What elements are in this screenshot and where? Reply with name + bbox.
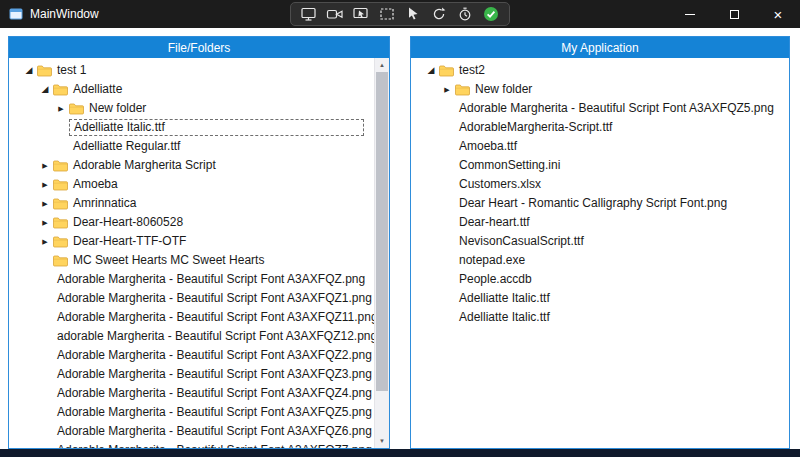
tree-item-file[interactable]: Adorable Margherita - Beautiful Script F… (9, 384, 374, 403)
tree-item-label: Adelliatte Italic.ttf (455, 289, 554, 308)
close-icon: × (774, 7, 783, 22)
tree-item-label: CommonSetting.ini (455, 156, 564, 175)
tree-item-file[interactable]: Adorable Margherita - Beautiful Script F… (9, 403, 374, 422)
right-panel-header: My Application (411, 37, 789, 58)
tree-item-folder[interactable]: ▶Amrinnatica (9, 194, 374, 213)
folder-icon (53, 236, 69, 248)
tree-item-file[interactable]: AdorableMargherita-Script.ttf (411, 118, 789, 137)
folder-icon (455, 84, 471, 96)
expander-expanded-icon[interactable]: ◢ (37, 80, 53, 99)
tree-item-file[interactable]: Dear-heart.ttf (411, 213, 789, 232)
tree-item-label: test 1 (53, 61, 90, 80)
tree-item-file[interactable]: Adorable Margherita - Beautiful Script F… (9, 270, 374, 289)
tree-item-file[interactable]: adorable Margherita - Beautiful Script F… (9, 327, 374, 346)
tree-item-file[interactable]: Customers.xlsx (411, 175, 789, 194)
tree-item-label: Dear Heart - Romantic Calligraphy Script… (455, 194, 731, 213)
cursor-icon[interactable] (402, 4, 424, 24)
tree-item-file[interactable]: NevisonCasualScript.ttf (411, 232, 789, 251)
tree-item-folder[interactable]: ▶Adorable Margherita Script (9, 156, 374, 175)
arrow-down-icon: ▼ (379, 438, 385, 444)
tree-item-label: Adelliatte Regular.ttf (69, 137, 184, 156)
tree-item-folder[interactable]: ▶Dear-Heart-TTF-OTF (9, 232, 374, 251)
tree-item-label: Adorable Margherita - Beautiful Script F… (53, 384, 374, 403)
scrollbar-track[interactable] (375, 72, 389, 434)
expander-collapsed-icon[interactable]: ▶ (37, 194, 53, 213)
tree-item-label: Dear-heart.ttf (455, 213, 534, 232)
window-bottom-edge (0, 449, 800, 457)
expander-expanded-icon[interactable]: ◢ (21, 61, 37, 80)
display-capture-icon[interactable] (298, 4, 320, 24)
folder-icon (53, 179, 69, 191)
tree-item-file[interactable]: Adorable Margherita - Beautiful Script F… (9, 365, 374, 384)
tree-item-label: Adorable Margherita - Beautiful Script F… (53, 308, 374, 327)
folder-icon (53, 198, 69, 210)
tree-item-folder[interactable]: ◢test2 (411, 61, 789, 80)
tree-item-file[interactable]: Adelliatte Italic.ttf (9, 118, 374, 137)
folder-icon (37, 65, 53, 77)
tree-item-file[interactable]: Adelliatte Italic.ttf (411, 289, 789, 308)
tree-item-label: Dear-Heart-TTF-OTF (69, 232, 190, 251)
tree-item-label: Amoeba (69, 175, 122, 194)
expander-collapsed-icon[interactable]: ▶ (37, 213, 53, 232)
scroll-down-button[interactable]: ▼ (375, 434, 389, 448)
timer-icon[interactable] (454, 4, 476, 24)
tree-item-label: New folder (85, 99, 150, 118)
tree-item-file[interactable]: Adorable Margherita - Beautiful Script F… (411, 99, 789, 118)
app-icon (9, 7, 23, 21)
region-select-icon[interactable] (376, 4, 398, 24)
arrow-up-icon: ▲ (379, 62, 385, 68)
tree-item-file[interactable]: Adelliatte Italic.ttf (411, 308, 789, 327)
close-button[interactable]: × (756, 0, 800, 28)
tree-item-folder[interactable]: ▶New folder (9, 99, 374, 118)
video-camera-icon[interactable] (324, 4, 346, 24)
expander-collapsed-icon[interactable]: ▶ (37, 232, 53, 251)
record-icon[interactable] (428, 4, 450, 24)
maximize-icon (730, 10, 739, 19)
tree-item-label: NevisonCasualScript.ttf (455, 232, 588, 251)
tree-item-label: Adorable Margherita - Beautiful Script F… (53, 270, 369, 289)
expander-expanded-icon[interactable]: ◢ (423, 61, 439, 80)
tree-item-file[interactable]: Adorable Margherita - Beautiful Script F… (9, 422, 374, 441)
tree-item-file[interactable]: Dear Heart - Romantic Calligraphy Script… (411, 194, 789, 213)
tree-item-file[interactable]: CommonSetting.ini (411, 156, 789, 175)
main-window: MainWindow × File/Folders ◢test 1◢Adelli… (0, 0, 800, 457)
tree-item-label: Adelliatte (69, 80, 126, 99)
tree-item-label: Adorable Margherita - Beautiful Script F… (53, 346, 374, 365)
vertical-scrollbar[interactable]: ▲ ▼ (374, 58, 389, 448)
left-tree: ◢test 1◢Adelliatte▶New folderAdelliatte … (9, 58, 374, 448)
tree-item-file[interactable]: Adorable Margherita - Beautiful Script F… (9, 346, 374, 365)
success-check-icon[interactable] (480, 4, 502, 24)
tree-item-folder[interactable]: ◢test 1 (9, 61, 374, 80)
expander-collapsed-icon[interactable]: ▶ (53, 99, 69, 118)
tree-item-file[interactable]: People.accdb (411, 270, 789, 289)
tree-item-folder[interactable]: ▶New folder (411, 80, 789, 99)
expander-collapsed-icon[interactable]: ▶ (37, 156, 53, 175)
scrollbar-thumb[interactable] (376, 72, 388, 391)
maximize-button[interactable] (712, 0, 756, 28)
tree-item-label: Adelliatte Italic.ttf (69, 119, 364, 136)
folder-icon (53, 160, 69, 172)
capture-toolbar (290, 2, 510, 26)
tree-item-file[interactable]: notepad.exe (411, 251, 789, 270)
folder-icon (69, 103, 85, 115)
tree-item-folder[interactable]: ◢Adelliatte (9, 80, 374, 99)
tree-item-label: Adorable Margherita - Beautiful Script F… (53, 403, 374, 422)
tree-item-folder[interactable]: ▶Dear-Heart-8060528 (9, 213, 374, 232)
expander-collapsed-icon[interactable]: ▶ (439, 80, 455, 99)
expander-collapsed-icon[interactable]: ▶ (37, 175, 53, 194)
tree-item-file[interactable]: Amoeba.ttf (411, 137, 789, 156)
tree-item-label: notepad.exe (455, 251, 529, 270)
tree-item-folder[interactable]: ▶Amoeba (9, 175, 374, 194)
minimize-button[interactable] (668, 0, 712, 28)
tree-item-folder[interactable]: MC Sweet Hearts MC Sweet Hearts (9, 251, 374, 270)
window-title: MainWindow (30, 7, 99, 21)
tree-item-file[interactable]: Adelliatte Regular.ttf (9, 137, 374, 156)
folder-icon (53, 255, 69, 267)
screen-demo-icon[interactable] (350, 4, 372, 24)
tree-item-file[interactable]: Adorable Margherita - Beautiful Script F… (9, 308, 374, 327)
tree-item-label: adorable Margherita - Beautiful Script F… (53, 327, 374, 346)
scroll-up-button[interactable]: ▲ (375, 58, 389, 72)
tree-item-file[interactable]: Adorable Margherita - Beautiful Script F… (9, 441, 374, 448)
tree-item-file[interactable]: Adorable Margherita - Beautiful Script F… (9, 289, 374, 308)
files-folders-panel: File/Folders ◢test 1◢Adelliatte▶New fold… (8, 36, 390, 449)
